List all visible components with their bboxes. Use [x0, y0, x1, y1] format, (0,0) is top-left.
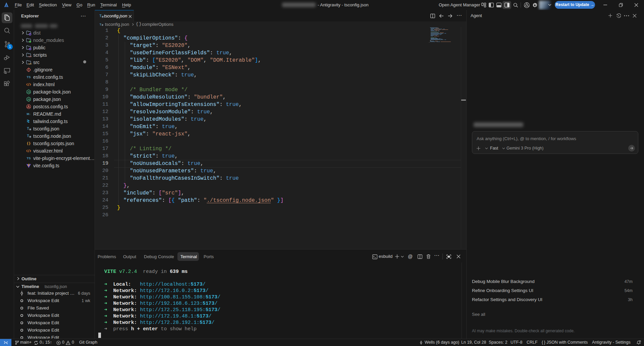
svg-text:JS: JS [28, 98, 31, 101]
svg-text:JS: JS [28, 91, 31, 93]
